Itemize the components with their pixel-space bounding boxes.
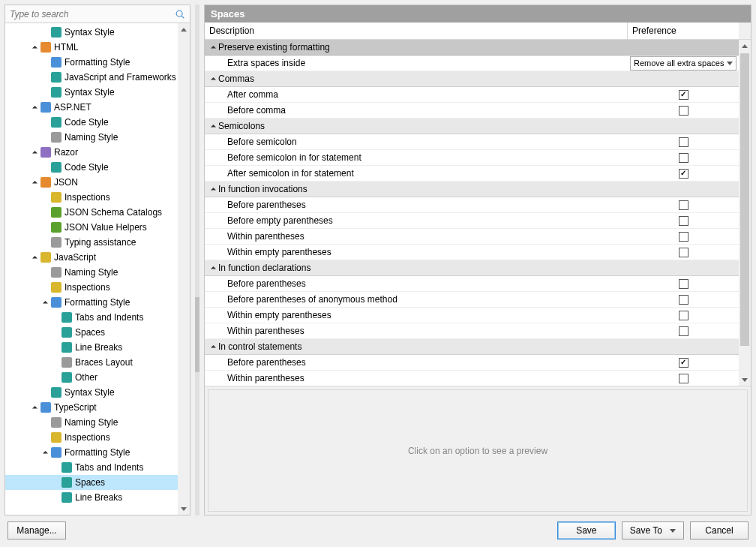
checkbox[interactable]: [679, 169, 688, 179]
option-row[interactable]: Before empty parentheses: [205, 213, 739, 229]
category-row[interactable]: In function invocations: [205, 182, 739, 197]
tree-item-ts-line-breaks[interactable]: Line Breaks: [5, 490, 190, 505]
category-row[interactable]: Preserve existing formatting: [205, 40, 739, 56]
option-row[interactable]: Extra spaces insideRemove all extra spac…: [205, 56, 739, 71]
search-input[interactable]: [5, 7, 172, 22]
tree-item-syntax-style[interactable]: Syntax Style: [5, 25, 190, 40]
option-row[interactable]: Before semicolon in for statement: [205, 150, 739, 166]
tree-item-json[interactable]: JSON: [5, 175, 190, 190]
option-row[interactable]: Before comma: [205, 103, 739, 119]
expand-toggle[interactable]: [29, 148, 38, 157]
tree-item-html-formatting[interactable]: Formatting Style: [5, 55, 190, 70]
option-row[interactable]: Before semicolon: [205, 134, 739, 150]
tree-item-js-inspections[interactable]: Inspections: [5, 280, 190, 295]
manage-button[interactable]: Manage...: [8, 521, 66, 539]
expand-toggle[interactable]: [40, 298, 49, 307]
tree-item-razor-code-style[interactable]: Code Style: [5, 160, 190, 175]
search-icon[interactable]: [172, 7, 188, 22]
collapse-toggle[interactable]: [208, 74, 217, 83]
checkbox[interactable]: [679, 295, 688, 305]
checkbox[interactable]: [679, 311, 688, 320]
category-row[interactable]: In control statements: [205, 339, 739, 355]
checkbox[interactable]: [679, 90, 688, 100]
tree-item-js-syntax-style[interactable]: Syntax Style: [5, 385, 190, 400]
splitter[interactable]: [195, 5, 200, 515]
expand-toggle[interactable]: [29, 43, 38, 52]
tree-item-html[interactable]: HTML: [5, 40, 190, 55]
nav-tree[interactable]: Syntax StyleHTMLFormatting StyleJavaScri…: [5, 23, 190, 515]
scroll-down-button[interactable]: [178, 503, 190, 515]
collapse-toggle[interactable]: [208, 263, 217, 272]
tree-scrollbar[interactable]: [178, 23, 190, 515]
collapse-toggle[interactable]: [208, 185, 217, 194]
save-to-button[interactable]: Save To: [622, 521, 684, 539]
option-row[interactable]: Before parentheses: [205, 197, 739, 213]
tree-item-ts-spaces[interactable]: Spaces: [5, 475, 190, 490]
tree-item-json-value-helpers[interactable]: JSON Value Helpers: [5, 220, 190, 235]
tree-item-json-typing-assist[interactable]: Typing assistance: [5, 235, 190, 250]
grid-scroll-down[interactable]: [739, 374, 751, 386]
expand-toggle[interactable]: [40, 448, 49, 457]
option-row[interactable]: After semicolon in for statement: [205, 166, 739, 182]
tree-item-ts-tabs-indents[interactable]: Tabs and Indents: [5, 460, 190, 475]
category-row[interactable]: Semicolons: [205, 119, 739, 134]
tree-item-js-naming-style[interactable]: Naming Style: [5, 265, 190, 280]
option-row[interactable]: Before parentheses: [205, 355, 739, 371]
checkbox[interactable]: [679, 200, 688, 210]
checkbox[interactable]: [679, 358, 688, 368]
option-row[interactable]: Before parentheses of anonymous method: [205, 292, 739, 308]
checkbox[interactable]: [679, 326, 688, 336]
tree-item-ts-formatting-style[interactable]: Formatting Style: [5, 445, 190, 460]
tree-item-json-schema-catalogs[interactable]: JSON Schema Catalogs: [5, 205, 190, 220]
grid-scroll-up[interactable]: [739, 40, 751, 52]
tree-item-js-spaces[interactable]: Spaces: [5, 325, 190, 340]
expand-toggle[interactable]: [29, 403, 38, 412]
option-row[interactable]: After comma: [205, 87, 739, 103]
collapse-toggle[interactable]: [208, 342, 217, 351]
checkbox[interactable]: [679, 106, 688, 116]
tree-item-typescript[interactable]: TypeScript: [5, 400, 190, 415]
option-row[interactable]: Before parentheses: [205, 276, 739, 292]
tree-item-ts-inspections[interactable]: Inspections: [5, 430, 190, 445]
tree-item-aspnet[interactable]: ASP.NET: [5, 100, 190, 115]
expand-toggle[interactable]: [29, 178, 38, 187]
tree-item-html-js-frameworks[interactable]: JavaScript and Frameworks: [5, 70, 190, 85]
tree-item-js-braces-layout[interactable]: Braces Layout: [5, 355, 190, 370]
checkbox[interactable]: [679, 374, 688, 383]
checkbox[interactable]: [679, 232, 688, 242]
checkbox[interactable]: [679, 153, 688, 163]
grid-scrollbar[interactable]: [739, 40, 751, 386]
collapse-toggle[interactable]: [208, 43, 217, 52]
tree-item-js-tabs-indents[interactable]: Tabs and Indents: [5, 310, 190, 325]
checkbox[interactable]: [679, 137, 688, 147]
category-row[interactable]: In function declarations: [205, 260, 739, 276]
tree-item-aspnet-code-style[interactable]: Code Style: [5, 115, 190, 130]
tree-item-js-formatting-style[interactable]: Formatting Style: [5, 295, 190, 310]
expand-toggle[interactable]: [29, 103, 38, 112]
cancel-button[interactable]: Cancel: [690, 521, 748, 539]
col-description[interactable]: Description: [205, 23, 628, 39]
option-row[interactable]: Within parentheses: [205, 371, 739, 386]
tree-item-js-line-breaks[interactable]: Line Breaks: [5, 340, 190, 355]
expand-toggle[interactable]: [29, 253, 38, 262]
tree-item-razor[interactable]: Razor: [5, 145, 190, 160]
tree-item-json-inspections[interactable]: Inspections: [5, 190, 190, 205]
option-row[interactable]: Within empty parentheses: [205, 308, 739, 323]
option-row[interactable]: Within parentheses: [205, 323, 739, 339]
scroll-up-button[interactable]: [178, 23, 190, 35]
collapse-toggle[interactable]: [208, 122, 217, 131]
col-preference[interactable]: Preference: [628, 23, 739, 39]
preference-dropdown[interactable]: Remove all extra spaces: [630, 56, 736, 71]
grid-scroll-thumb[interactable]: [740, 53, 749, 346]
tree-item-html-syntax-style[interactable]: Syntax Style: [5, 85, 190, 100]
tree-item-javascript[interactable]: JavaScript: [5, 250, 190, 265]
tree-item-js-other[interactable]: Other: [5, 370, 190, 385]
tree-item-aspnet-naming-style[interactable]: Naming Style: [5, 130, 190, 145]
save-button[interactable]: Save: [557, 521, 616, 539]
option-row[interactable]: Within parentheses: [205, 229, 739, 245]
category-row[interactable]: Commas: [205, 71, 739, 87]
checkbox[interactable]: [679, 279, 688, 289]
checkbox[interactable]: [679, 216, 688, 226]
option-row[interactable]: Within empty parentheses: [205, 245, 739, 260]
checkbox[interactable]: [679, 248, 688, 257]
